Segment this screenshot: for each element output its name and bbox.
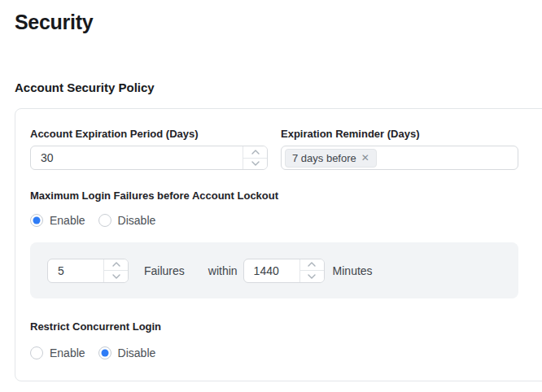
login-failures-radio-group: Enable Disable — [30, 213, 542, 227]
failures-count-input[interactable] — [48, 259, 103, 282]
enable-radio-label[interactable]: Enable — [50, 214, 85, 227]
decrement-button[interactable] — [300, 271, 324, 282]
increment-button[interactable] — [243, 146, 267, 159]
account-expiration-period-label: Account Expiration Period (Days) — [30, 128, 268, 141]
disable-radio-label[interactable]: Disable — [118, 214, 156, 227]
login-failures-label: Maximum Login Failures before Account Lo… — [30, 189, 542, 203]
minutes-spinner — [299, 259, 324, 282]
concurrent-login-enable-radio[interactable]: Enable — [30, 346, 85, 359]
login-failures-disable-radio[interactable]: Disable — [98, 214, 156, 227]
increment-button[interactable] — [104, 259, 128, 272]
expiration-reminder-input[interactable]: 7 days before ✕ — [281, 146, 518, 170]
chevron-down-icon — [308, 274, 316, 279]
login-failures-enable-radio[interactable]: Enable — [30, 214, 85, 227]
chevron-up-icon — [251, 150, 260, 155]
increment-button[interactable] — [300, 259, 324, 272]
radio-unselected-icon[interactable] — [98, 214, 111, 227]
failures-input-group — [47, 259, 129, 283]
reminder-tag-label: 7 days before — [292, 152, 356, 164]
security-settings-page: Security Account Security Policy Account… — [0, 11, 542, 392]
account-expiration-period-spinner — [243, 146, 267, 169]
radio-unselected-icon[interactable] — [30, 346, 43, 359]
failures-spinner — [103, 259, 128, 282]
lockout-settings-panel: Failures within Minutes — [30, 242, 518, 298]
tag-remove-icon[interactable]: ✕ — [361, 153, 369, 163]
chevron-down-icon — [112, 274, 120, 279]
enable-radio-label[interactable]: Enable — [50, 346, 85, 359]
reminder-tag: 7 days before ✕ — [285, 149, 377, 168]
minutes-unit-text: Minutes — [333, 264, 373, 277]
radio-selected-icon[interactable] — [30, 214, 43, 227]
concurrent-login-disable-radio[interactable]: Disable — [98, 346, 156, 359]
expiration-reminder-field: Expiration Reminder (Days) 7 days before… — [281, 128, 518, 170]
concurrent-login-radio-group: Enable Disable — [30, 346, 542, 359]
page-title: Security — [15, 11, 542, 33]
account-expiration-period-field: Account Expiration Period (Days) — [30, 128, 268, 170]
section-heading: Account Security Policy — [15, 81, 542, 94]
minutes-input[interactable] — [244, 259, 299, 282]
account-expiration-period-input[interactable] — [31, 146, 243, 169]
account-expiration-period-input-group — [30, 146, 268, 170]
decrement-button[interactable] — [243, 159, 267, 170]
decrement-button[interactable] — [104, 271, 128, 282]
chevron-up-icon — [112, 262, 120, 267]
minutes-input-group — [243, 259, 325, 283]
expiration-reminder-label: Expiration Reminder (Days) — [281, 128, 518, 141]
concurrent-login-label: Restrict Concurrent Login — [30, 320, 542, 333]
failures-unit-text: Failures — [144, 264, 185, 277]
disable-radio-label[interactable]: Disable — [118, 346, 156, 359]
chevron-up-icon — [308, 262, 316, 267]
account-security-policy-card: Account Expiration Period (Days) Expirat… — [15, 108, 542, 381]
within-text: within — [208, 264, 238, 277]
radio-selected-icon[interactable] — [98, 346, 111, 359]
expiration-fields-row: Account Expiration Period (Days) Expirat… — [30, 128, 542, 170]
chevron-down-icon — [251, 161, 260, 166]
